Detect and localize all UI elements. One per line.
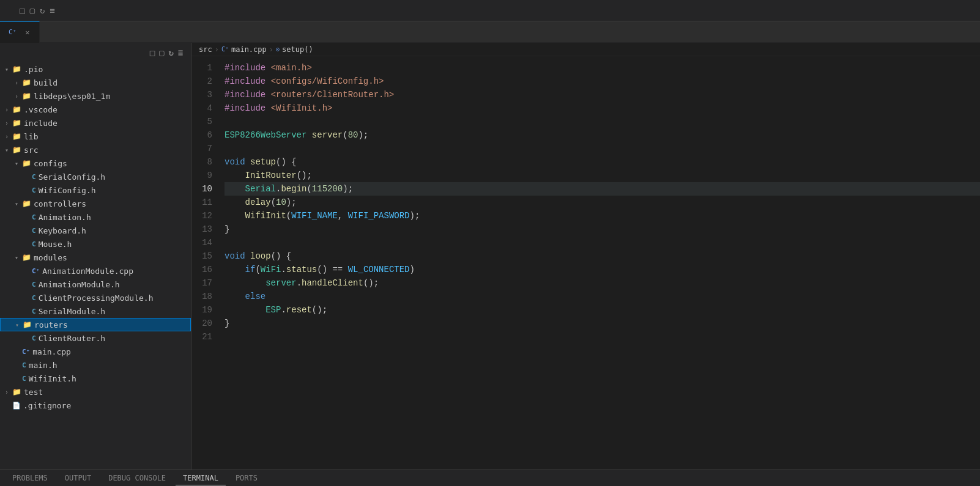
line-number-16: 16 <box>191 263 212 276</box>
tree-item-clientrouter[interactable]: CClientRouter.h <box>0 331 191 345</box>
tab-main-cpp[interactable]: C⁺ ✕ <box>0 21 40 43</box>
tree-arrow-lib: › <box>2 133 11 140</box>
sidebar-header-actions: □ ▢ ↻ ≡ <box>150 48 184 57</box>
tree-icon-lib: 📁 <box>12 132 21 141</box>
code-line-7 <box>225 142 980 155</box>
tree-label-configs: configs <box>34 159 67 168</box>
code-line-5 <box>225 115 980 128</box>
bottom-tabs: PROBLEMSOUTPUTDEBUG CONSOLETERMINALPORTS <box>0 469 980 486</box>
bottom-tabs-list: PROBLEMSOUTPUTDEBUG CONSOLETERMINALPORTS <box>5 471 265 485</box>
tree-label-clientrouter: ClientRouter.h <box>39 334 106 343</box>
line-number-12: 12 <box>191 209 212 223</box>
tree-item-include[interactable]: ›📁include <box>0 116 191 130</box>
title-bar: □ ▢ ↻ ≡ <box>0 0 980 21</box>
tree-label-wificonfig: WifiConfig.h <box>39 186 96 195</box>
tree-icon-serialmod: C <box>32 307 36 315</box>
line-numbers: 123456789101112131415161718192021 <box>191 61 222 465</box>
tree-item-src[interactable]: ▾📁src <box>0 143 191 156</box>
title-bar-actions: □ ▢ ↻ ≡ <box>20 6 55 15</box>
tree-label-serialconfig: SerialConfig.h <box>39 172 106 182</box>
tree-label-controllers: controllers <box>34 199 86 208</box>
line-number-5: 5 <box>191 115 212 128</box>
tree-icon-clientrouter: C <box>32 334 36 342</box>
code-content[interactable]: #include <main.h>#include <configs/WifiC… <box>222 61 980 465</box>
new-file-sidebar-icon[interactable]: □ <box>150 48 155 57</box>
tree-arrow-build: › <box>12 79 21 86</box>
tree-item-serialconfig[interactable]: CSerialConfig.h <box>0 170 191 183</box>
line-number-8: 8 <box>191 155 212 169</box>
code-line-11: delay(10); <box>225 196 980 209</box>
code-line-3: #include <routers/ClientRouter.h> <box>225 88 980 101</box>
code-line-2: #include <configs/WifiConfig.h> <box>225 75 980 88</box>
breadcrumb-file: main.cpp <box>231 45 267 54</box>
tree-item-libdeps[interactable]: ›📁libdeps\esp01_1m <box>0 89 191 103</box>
line-number-14: 14 <box>191 236 212 249</box>
tree-item-animmodcpp[interactable]: C⁺AnimationModule.cpp <box>0 264 191 278</box>
tree-label-vscode: .vscode <box>24 105 58 114</box>
tree-label-src: src <box>24 145 38 155</box>
new-file-icon[interactable]: □ <box>20 6 24 15</box>
tree-icon-include: 📁 <box>12 119 21 127</box>
sidebar-header: □ ▢ ↻ ≡ <box>0 43 191 62</box>
bottom-tab-debug-console[interactable]: DEBUG CONSOLE <box>101 471 173 485</box>
tree-arrow-vscode: › <box>2 106 11 113</box>
bottom-tab-terminal[interactable]: TERMINAL <box>176 471 226 485</box>
tree-item-maincpp[interactable]: C⁺main.cpp <box>0 345 191 358</box>
tree-icon-pio: 📁 <box>12 65 21 73</box>
tree-icon-src: 📁 <box>12 145 21 154</box>
tree-icon-test: 📁 <box>12 388 21 396</box>
refresh-sidebar-icon[interactable]: ↻ <box>168 48 174 57</box>
tree-item-routers[interactable]: ▾📁routers <box>0 318 191 331</box>
code-area[interactable]: 123456789101112131415161718192021 #inclu… <box>191 56 980 469</box>
collapse-sidebar-icon[interactable]: ≡ <box>178 48 184 57</box>
tree-item-controllers[interactable]: ▾📁controllers <box>0 197 191 210</box>
tree-item-clientproc[interactable]: CClientProcessingModule.h <box>0 291 191 304</box>
tree-label-animmodcpp: AnimationModule.cpp <box>42 267 133 276</box>
tree-item-mouse[interactable]: CMouse.h <box>0 237 191 251</box>
tree-arrow-configs: ▾ <box>12 160 21 167</box>
new-folder-icon[interactable]: ▢ <box>29 6 34 15</box>
line-number-6: 6 <box>191 128 212 142</box>
refresh-icon[interactable]: ↻ <box>40 6 45 15</box>
tree-item-wifiinit[interactable]: CWifiInit.h <box>0 372 191 385</box>
tree-label-animmodh: AnimationModule.h <box>39 280 120 289</box>
tree-icon-libdeps: 📁 <box>22 92 31 100</box>
tree-label-animation: Animation.h <box>39 213 91 222</box>
code-line-15: void loop() { <box>225 249 980 263</box>
line-number-2: 2 <box>191 75 212 88</box>
tree-item-test[interactable]: ›📁test <box>0 385 191 399</box>
code-line-13: } <box>225 223 980 236</box>
tree-arrow-controllers: ▾ <box>12 201 21 207</box>
bottom-tab-ports[interactable]: PORTS <box>228 471 265 485</box>
tree-item-lib[interactable]: ›📁lib <box>0 130 191 143</box>
main-layout: □ ▢ ↻ ≡ ▾📁.pio›📁build›📁libdeps\esp01_1m›… <box>0 43 980 469</box>
tree-icon-mouse: C <box>32 240 36 248</box>
breadcrumb-cpp-icon: C⁺ <box>221 46 229 53</box>
line-number-1: 1 <box>191 61 212 75</box>
tree-item-configs[interactable]: ▾📁configs <box>0 156 191 170</box>
tree-arrow-modules: ▾ <box>12 254 21 261</box>
tree-icon-configs: 📁 <box>22 159 31 168</box>
tree-item-vscode[interactable]: ›📁.vscode <box>0 103 191 116</box>
tree-item-gitignore[interactable]: 📄.gitignore <box>0 399 191 412</box>
tab-bar: C⁺ ✕ <box>0 21 980 43</box>
bottom-tab-output[interactable]: OUTPUT <box>58 471 98 485</box>
tree-label-routers: routers <box>34 320 68 330</box>
tree-item-mainh[interactable]: Cmain.h <box>0 358 191 372</box>
tree-icon-animmodcpp: C⁺ <box>32 267 40 275</box>
tree-item-build[interactable]: ›📁build <box>0 76 191 89</box>
tree-item-modules[interactable]: ▾📁modules <box>0 251 191 264</box>
collapse-icon[interactable]: ≡ <box>50 6 54 15</box>
tree-item-animmodh[interactable]: CAnimationModule.h <box>0 278 191 291</box>
tree-item-serialmod[interactable]: CSerialModule.h <box>0 304 191 318</box>
code-line-19: ESP.reset(); <box>225 303 980 317</box>
tab-close-button[interactable]: ✕ <box>24 27 31 38</box>
tree-item-wificonfig[interactable]: CWifiConfig.h <box>0 183 191 197</box>
code-line-14 <box>225 236 980 249</box>
tree-item-pio[interactable]: ▾📁.pio <box>0 62 191 76</box>
tree-item-animation[interactable]: CAnimation.h <box>0 210 191 224</box>
new-folder-sidebar-icon[interactable]: ▢ <box>159 48 165 57</box>
bottom-tab-problems[interactable]: PROBLEMS <box>5 471 55 485</box>
tree-item-keyboard[interactable]: CKeyboard.h <box>0 224 191 237</box>
breadcrumb-fn-icon: ⊙ <box>276 46 280 53</box>
